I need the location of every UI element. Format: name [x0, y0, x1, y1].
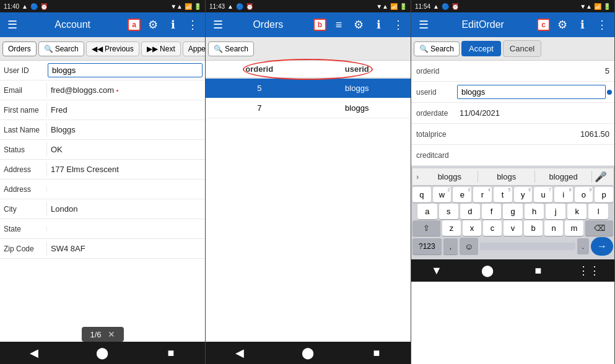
key-j[interactable]: j: [546, 204, 565, 219]
table-row-1[interactable]: 7 bloggs: [206, 98, 411, 118]
search-button-b[interactable]: 🔍 Search: [208, 41, 254, 56]
key-m[interactable]: m: [565, 220, 583, 236]
bottom-nav-c: ▼ ⬤ ■ ⋮⋮: [411, 259, 614, 282]
search-button-c[interactable]: 🔍 Search: [414, 41, 460, 56]
back-btn-b[interactable]: ◀: [227, 346, 252, 360]
recents-btn-b[interactable]: ■: [364, 347, 389, 360]
home-btn-b[interactable]: ⬤: [295, 346, 320, 360]
accept-button[interactable]: Accept: [461, 41, 501, 56]
label-state: State: [0, 222, 46, 236]
key-n[interactable]: n: [544, 220, 563, 236]
search-button-a[interactable]: 🔍 Search: [38, 41, 84, 56]
key-d[interactable]: d: [460, 204, 480, 219]
search-icon-c: 🔍: [419, 45, 429, 53]
title-a: Account: [25, 19, 120, 30]
key-b[interactable]: b: [524, 220, 543, 236]
kb-row-1: q w2 e3 r4 t5 y6 u7 i8 o9 p: [412, 187, 613, 202]
info-icon-b[interactable]: ℹ: [371, 18, 386, 32]
orders-button[interactable]: Orders: [2, 41, 37, 56]
table-row-0[interactable]: 5 bloggs: [206, 79, 411, 98]
edit-order-form: orderid 5 userid orderdate 11/04/2021 to…: [411, 61, 614, 166]
key-h[interactable]: h: [525, 204, 544, 219]
cell-orderid-1: 7: [211, 103, 308, 113]
label-city: City: [0, 202, 46, 216]
key-e[interactable]: e3: [453, 187, 471, 202]
next-button[interactable]: ▶▶ Next: [141, 41, 181, 56]
key-u[interactable]: u7: [534, 187, 552, 202]
menu-icon-a[interactable]: ☰: [5, 18, 20, 32]
extra-btn-c[interactable]: ⋮⋮: [577, 264, 601, 277]
value-zipcode: SW4 8AF: [46, 241, 205, 256]
bt-icon-a: 🔵: [30, 3, 38, 10]
more-icon-a[interactable]: ⋮: [185, 18, 200, 32]
search-icon-b: 🔍: [214, 45, 223, 53]
previous-button[interactable]: ◀◀ Previous: [86, 41, 139, 56]
label-address1: Address: [0, 163, 46, 176]
pagination-close[interactable]: ✕: [108, 329, 115, 339]
cell-userid-0: bloggs: [308, 84, 406, 93]
key-period[interactable]: .: [577, 238, 589, 254]
home-btn-a[interactable]: ⬤: [90, 346, 115, 360]
key-f[interactable]: f: [482, 204, 502, 219]
menu-icon-c[interactable]: ☰: [416, 18, 431, 32]
gear-icon-b[interactable]: ⚙: [351, 18, 366, 32]
suggestion-2[interactable]: blogged: [535, 171, 592, 183]
key-g[interactable]: g: [503, 204, 523, 219]
home-btn-c[interactable]: ⬤: [475, 264, 500, 277]
info-icon-a[interactable]: ℹ: [165, 18, 180, 32]
gear-icon-c[interactable]: ⚙: [555, 18, 570, 32]
key-s[interactable]: s: [439, 204, 459, 219]
back-btn-a[interactable]: ◀: [22, 346, 46, 360]
edit-input-userid[interactable]: [457, 85, 606, 99]
suggestion-1[interactable]: blogs: [478, 171, 535, 183]
key-p[interactable]: p: [595, 187, 613, 202]
key-num-toggle[interactable]: ?123: [412, 238, 442, 254]
kb-row-2: a s d f g h j k l: [412, 204, 613, 219]
time-b: 11:43: [209, 3, 225, 10]
key-emoji[interactable]: ☺: [460, 238, 478, 255]
bt-icon-b: 🔵: [236, 3, 243, 10]
key-w[interactable]: w2: [433, 187, 451, 202]
search-button-label-b: Search: [225, 45, 248, 53]
edit-label-userid: userid: [414, 85, 457, 99]
toolbar-a: Orders 🔍 Search ◀◀ Previous ▶▶ Next Appe…: [0, 37, 205, 61]
signal-icon-a: ▲: [22, 3, 28, 10]
key-x[interactable]: x: [463, 220, 481, 236]
key-t[interactable]: t5: [494, 187, 512, 202]
key-k[interactable]: k: [567, 204, 587, 219]
mic-icon[interactable]: 🎤: [592, 171, 609, 183]
cancel-button[interactable]: Cancel: [503, 40, 541, 57]
append-button[interactable]: Appe...: [183, 41, 206, 56]
recents-btn-a[interactable]: ■: [159, 347, 183, 360]
value-lastname: Bloggs: [46, 123, 205, 137]
filter-icon-b[interactable]: ☰: [211, 18, 225, 32]
gear-icon-a[interactable]: ⚙: [146, 18, 160, 32]
edit-row-orderid: orderid 5: [411, 61, 614, 82]
key-y[interactable]: y6: [514, 187, 533, 202]
info-icon-c[interactable]: ℹ: [575, 18, 590, 32]
key-shift[interactable]: ⇧: [412, 220, 440, 236]
key-enter[interactable]: →: [591, 237, 613, 256]
back-btn-c[interactable]: ▼: [424, 264, 449, 277]
key-comma[interactable]: ,: [443, 238, 458, 254]
recents-btn-c[interactable]: ■: [526, 264, 551, 277]
key-c[interactable]: c: [483, 220, 502, 236]
col-userid: userid: [308, 64, 406, 74]
more-icon-b[interactable]: ⋮: [391, 18, 406, 32]
edit-row-orderdate: orderdate 11/04/2021: [411, 103, 614, 124]
status-bar-b: 11:43 ▲ 🔵 ⏰ ▼▲ 📶 🔋: [206, 0, 411, 12]
key-o[interactable]: o9: [575, 187, 593, 202]
key-backspace[interactable]: ⌫: [585, 220, 613, 236]
battery-icon-c: 🔋: [603, 3, 611, 10]
key-z[interactable]: z: [442, 220, 461, 236]
input-userid[interactable]: [48, 63, 203, 77]
key-q[interactable]: q: [412, 187, 431, 202]
key-ime-space[interactable]: [480, 243, 575, 250]
key-v[interactable]: v: [504, 220, 522, 236]
more-icon-c[interactable]: ⋮: [595, 18, 609, 32]
suggestion-0[interactable]: bloggs: [421, 171, 478, 183]
key-a[interactable]: a: [417, 204, 437, 219]
key-i[interactable]: i8: [554, 187, 573, 202]
key-r[interactable]: r4: [473, 187, 492, 202]
key-l[interactable]: l: [588, 204, 608, 219]
